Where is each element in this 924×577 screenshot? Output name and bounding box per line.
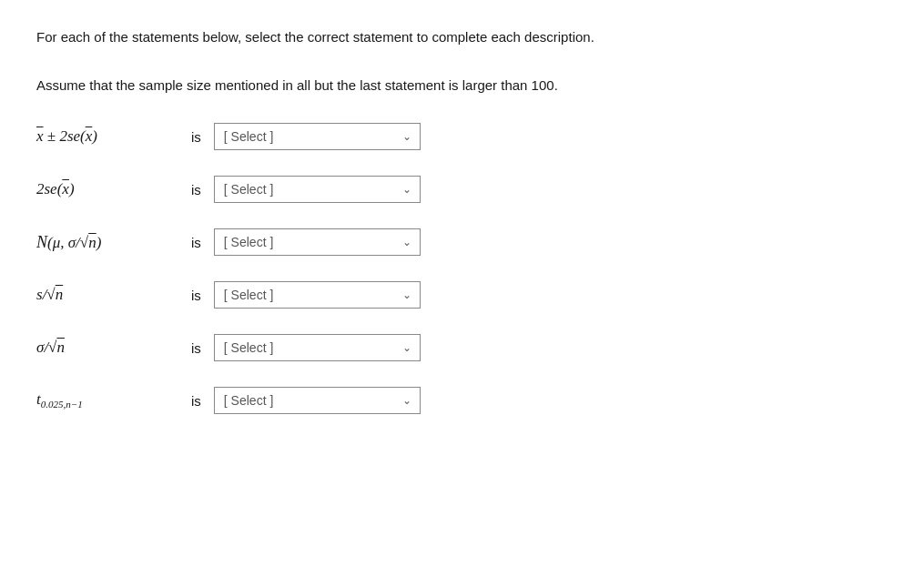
is-label-6: is xyxy=(191,393,201,409)
math-expr-2: 2se(x) xyxy=(36,180,182,198)
select-wrapper-6: [ Select ] an approximate 95% CI for μ a… xyxy=(214,387,421,414)
select-2[interactable]: [ Select ] an approximate 95% CI for μ a… xyxy=(214,176,421,203)
is-label-3: is xyxy=(191,235,201,250)
statement-row-6: t0.025,n−1 is [ Select ] an approximate … xyxy=(36,387,888,414)
instruction-line1: For each of the statements below, select… xyxy=(36,27,888,48)
select-1[interactable]: [ Select ] an approximate 95% CI for μ a… xyxy=(214,123,421,150)
is-label-2: is xyxy=(191,182,201,197)
statement-row-1: x ± 2se(x) is [ Select ] an approximate … xyxy=(36,123,888,150)
instruction-line2: Assume that the sample size mentioned in… xyxy=(36,76,888,96)
select-4[interactable]: [ Select ] an approximate 95% CI for μ a… xyxy=(214,281,421,309)
select-wrapper-1: [ Select ] an approximate 95% CI for μ a… xyxy=(214,123,421,150)
instructions-block: For each of the statements below, select… xyxy=(36,27,888,96)
select-wrapper-4: [ Select ] an approximate 95% CI for μ a… xyxy=(214,281,421,309)
select-5[interactable]: [ Select ] an approximate 95% CI for μ a… xyxy=(214,334,421,361)
math-expr-4: s/√n xyxy=(36,286,182,304)
select-wrapper-3: [ Select ] an approximate 95% CI for μ a… xyxy=(214,228,421,256)
math-expr-6: t0.025,n−1 xyxy=(36,390,182,410)
is-label-5: is xyxy=(191,340,201,356)
math-expr-3: N(μ, σ/√n) xyxy=(36,233,182,252)
statement-row-5: σ/√n is [ Select ] an approximate 95% CI… xyxy=(36,334,888,361)
math-expr-1: x ± 2se(x) xyxy=(36,127,182,146)
is-label-1: is xyxy=(191,129,201,145)
is-label-4: is xyxy=(191,288,201,303)
statement-row-4: s/√n is [ Select ] an approximate 95% CI… xyxy=(36,281,888,309)
select-6[interactable]: [ Select ] an approximate 95% CI for μ a… xyxy=(214,387,421,414)
select-3[interactable]: [ Select ] an approximate 95% CI for μ a… xyxy=(214,228,421,256)
select-wrapper-5: [ Select ] an approximate 95% CI for μ a… xyxy=(214,334,421,361)
select-wrapper-2: [ Select ] an approximate 95% CI for μ a… xyxy=(214,176,421,203)
math-expr-5: σ/√n xyxy=(36,339,182,357)
statement-row-3: N(μ, σ/√n) is [ Select ] an approximate … xyxy=(36,228,888,256)
statement-row-2: 2se(x) is [ Select ] an approximate 95% … xyxy=(36,176,888,203)
